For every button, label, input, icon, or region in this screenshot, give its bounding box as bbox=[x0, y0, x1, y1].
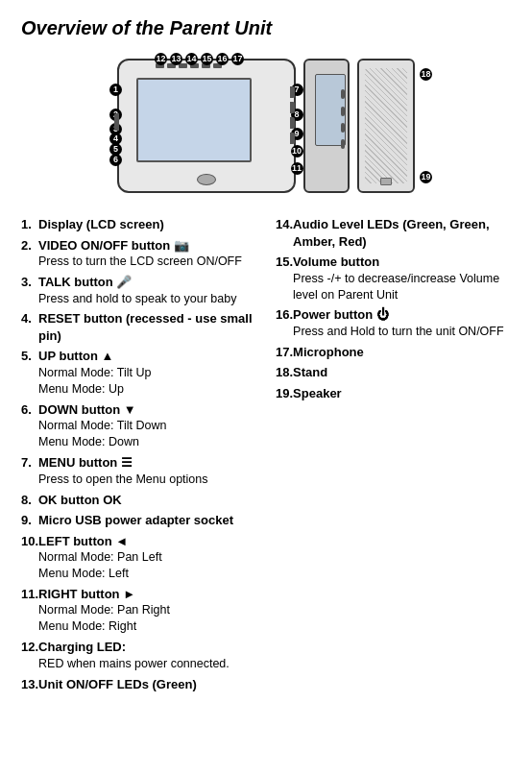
list-item: 3.TALK button 🎤Press and hold to speak t… bbox=[21, 274, 256, 306]
item-number: 13. bbox=[21, 676, 38, 693]
content-area: 1.Display (LCD screen)2.VIDEO ON/OFF but… bbox=[21, 216, 511, 696]
item-number: 8. bbox=[21, 492, 38, 509]
item-desc: Menu Mode: Left bbox=[38, 566, 256, 582]
item-title: TALK button 🎤 bbox=[38, 274, 256, 291]
item-desc: RED when mains power connected. bbox=[38, 656, 256, 672]
item-number: 12. bbox=[21, 639, 38, 671]
list-item: 19.Speaker bbox=[276, 385, 511, 402]
list-item: 10.LEFT button ◄Normal Mode: Pan LeftMen… bbox=[21, 533, 256, 582]
item-content: Charging LED:RED when mains power connec… bbox=[38, 639, 256, 671]
item-content: DOWN button ▼Normal Mode: Tilt DownMenu … bbox=[38, 401, 256, 450]
item-number: 19. bbox=[276, 385, 293, 402]
item-title: Speaker bbox=[293, 385, 511, 402]
item-number: 2. bbox=[21, 237, 38, 270]
item-number: 11. bbox=[21, 586, 38, 635]
item-title: DOWN button ▼ bbox=[38, 401, 256, 419]
item-content: Volume buttonPress -/+ to decrease/incre… bbox=[293, 254, 511, 303]
item-content: Display (LCD screen) bbox=[38, 216, 256, 233]
device-speaker bbox=[357, 59, 415, 193]
item-number: 16. bbox=[276, 306, 293, 339]
device-screen bbox=[136, 78, 252, 162]
list-item: 12.Charging LED:RED when mains power con… bbox=[21, 639, 256, 671]
item-desc: Press to turn the LCD screen ON/OFF bbox=[38, 254, 256, 270]
page: Overview of the Parent Unit 12 13 14 15 bbox=[0, 0, 532, 775]
item-content: TALK button 🎤Press and hold to speak to … bbox=[38, 274, 256, 306]
item-number: 14. bbox=[276, 216, 293, 250]
list-item: 5.UP button ▲Normal Mode: Tilt UpMenu Mo… bbox=[21, 348, 256, 397]
item-title: Charging LED: bbox=[38, 639, 256, 656]
item-title: MENU button ☰ bbox=[38, 454, 256, 472]
item-title: Microphone bbox=[293, 344, 511, 361]
item-title: Display (LCD screen) bbox=[38, 216, 256, 233]
item-number: 1. bbox=[21, 216, 38, 233]
item-title: RIGHT button ► bbox=[38, 586, 256, 603]
item-content: Stand bbox=[293, 364, 511, 381]
right-column: 14.Audio Level LEDs (Green, Green, Amber… bbox=[276, 216, 511, 696]
list-item: 16.Power button ⏻Press and Hold to turn … bbox=[276, 306, 511, 339]
item-title: Stand bbox=[293, 364, 511, 381]
list-item: 17.Microphone bbox=[276, 344, 511, 361]
device-front: 12 13 14 15 16 17 1 2 3 4 5 6 7 bbox=[117, 59, 296, 193]
item-desc: Press and Hold to turn the unit ON/OFF bbox=[293, 324, 511, 340]
item-number: 4. bbox=[21, 310, 38, 344]
item-desc: Normal Mode: Pan Left bbox=[38, 549, 256, 566]
item-content: MENU button ☰Press to open the Menu opti… bbox=[38, 454, 256, 487]
list-item: 8.OK button OK bbox=[21, 492, 256, 509]
item-desc: Normal Mode: Tilt Up bbox=[38, 365, 256, 381]
device-side-view bbox=[303, 59, 350, 193]
item-number: 18. bbox=[276, 364, 293, 381]
device-diagram: 12 13 14 15 16 17 1 2 3 4 5 6 7 bbox=[117, 54, 415, 198]
item-content: LEFT button ◄Normal Mode: Pan LeftMenu M… bbox=[38, 533, 256, 582]
item-content: Audio Level LEDs (Green, Green, Amber, R… bbox=[293, 216, 511, 250]
item-desc: Menu Mode: Up bbox=[38, 381, 256, 398]
item-title: Unit ON/OFF LEDs (Green) bbox=[38, 676, 256, 693]
item-desc: Normal Mode: Tilt Down bbox=[38, 418, 256, 434]
item-content: RIGHT button ►Normal Mode: Pan RightMenu… bbox=[38, 586, 256, 635]
item-desc: Press -/+ to decrease/increase Volume le… bbox=[293, 271, 511, 303]
page-title: Overview of the Parent Unit bbox=[21, 17, 511, 39]
item-number: 5. bbox=[21, 348, 38, 397]
list-item: 6.DOWN button ▼Normal Mode: Tilt DownMen… bbox=[21, 401, 256, 450]
list-item: 18.Stand bbox=[276, 364, 511, 381]
list-item: 13.Unit ON/OFF LEDs (Green) bbox=[21, 676, 256, 693]
item-content: Micro USB power adapter socket bbox=[38, 512, 256, 529]
item-number: 10. bbox=[21, 533, 38, 582]
item-title: Audio Level LEDs (Green, Green, Amber, R… bbox=[293, 216, 511, 250]
item-title: OK button OK bbox=[38, 492, 256, 509]
item-desc: Press and hold to speak to your baby bbox=[38, 291, 256, 307]
item-content: Speaker bbox=[293, 385, 511, 402]
list-item: 4.RESET button (recessed - use small pin… bbox=[21, 310, 256, 344]
item-desc: Menu Mode: Right bbox=[38, 618, 256, 635]
item-number: 3. bbox=[21, 274, 38, 306]
item-content: OK button OK bbox=[38, 492, 256, 509]
list-item: 1.Display (LCD screen) bbox=[21, 216, 256, 233]
item-number: 15. bbox=[276, 254, 293, 303]
list-item: 7.MENU button ☰Press to open the Menu op… bbox=[21, 454, 256, 487]
item-desc: Press to open the Menu options bbox=[38, 472, 256, 488]
item-title: LEFT button ◄ bbox=[38, 533, 256, 550]
item-number: 17. bbox=[276, 344, 293, 361]
list-item: 15.Volume buttonPress -/+ to decrease/in… bbox=[276, 254, 511, 303]
left-column: 1.Display (LCD screen)2.VIDEO ON/OFF but… bbox=[21, 216, 256, 696]
diagram-area: 12 13 14 15 16 17 1 2 3 4 5 6 7 bbox=[21, 49, 511, 203]
item-content: Unit ON/OFF LEDs (Green) bbox=[38, 676, 256, 693]
list-item: 9.Micro USB power adapter socket bbox=[21, 512, 256, 529]
list-item: 2.VIDEO ON/OFF button 📷Press to turn the… bbox=[21, 237, 256, 270]
item-desc: Normal Mode: Pan Right bbox=[38, 602, 256, 618]
item-content: RESET button (recessed - use small pin) bbox=[38, 310, 256, 344]
item-title: Micro USB power adapter socket bbox=[38, 512, 256, 529]
item-content: Power button ⏻Press and Hold to turn the… bbox=[293, 306, 511, 339]
item-number: 6. bbox=[21, 401, 38, 450]
list-item: 11.RIGHT button ►Normal Mode: Pan RightM… bbox=[21, 586, 256, 635]
item-desc: Menu Mode: Down bbox=[38, 434, 256, 450]
item-number: 7. bbox=[21, 454, 38, 487]
item-title: UP button ▲ bbox=[38, 348, 256, 365]
item-content: UP button ▲Normal Mode: Tilt UpMenu Mode… bbox=[38, 348, 256, 397]
item-content: VIDEO ON/OFF button 📷Press to turn the L… bbox=[38, 237, 256, 270]
item-title: Volume button bbox=[293, 254, 511, 271]
item-title: VIDEO ON/OFF button 📷 bbox=[38, 237, 256, 254]
item-title: Power button ⏻ bbox=[293, 306, 511, 324]
list-item: 14.Audio Level LEDs (Green, Green, Amber… bbox=[276, 216, 511, 250]
item-number: 9. bbox=[21, 512, 38, 529]
item-content: Microphone bbox=[293, 344, 511, 361]
